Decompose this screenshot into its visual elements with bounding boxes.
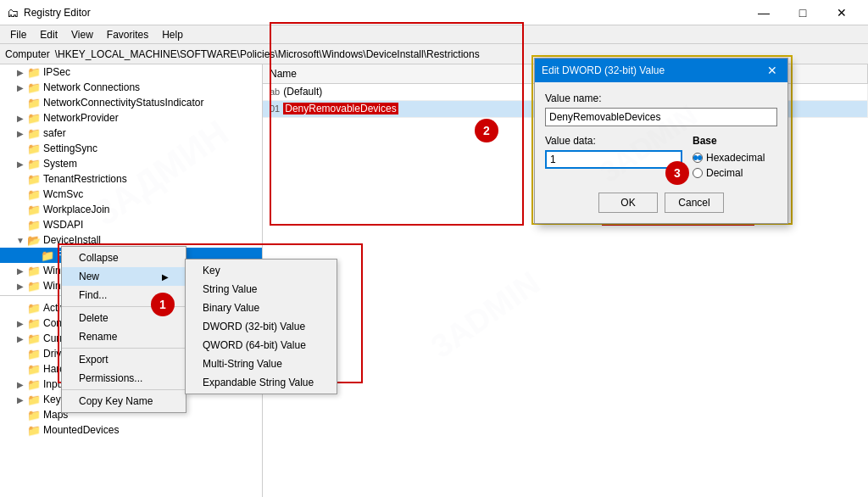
tree-label: SettingSync	[43, 142, 97, 154]
cancel-button[interactable]: Cancel	[665, 193, 724, 213]
tree-item-ipsec[interactable]: ▶ 📁 IPSec	[0, 64, 262, 80]
tree-label: DeviceInstall	[43, 234, 101, 246]
ok-button[interactable]: OK	[598, 193, 658, 213]
tree-item-workplacejoin[interactable]: 📁 WorkplaceJoin	[0, 202, 262, 217]
ctx-permissions[interactable]: Permissions...	[62, 369, 186, 388]
sub-binary-value[interactable]: Binary Value	[186, 299, 337, 317]
tree-item-mounted-devices[interactable]: 📁 MountedDevices	[0, 422, 262, 438]
chevron-icon: ▶	[14, 395, 27, 405]
ctx-rename[interactable]: Rename	[62, 327, 186, 346]
dialog-buttons: OK Cancel	[545, 193, 777, 213]
hex-radio-row[interactable]: Hexadecimal	[693, 152, 777, 164]
menu-bar: File Edit View Favorites Help	[0, 25, 868, 44]
submenu-arrow-icon: ▶	[162, 272, 169, 282]
value-data-area: Value data:	[545, 135, 682, 169]
value-data-input[interactable]	[545, 150, 682, 169]
chevron-icon: ▶	[14, 68, 27, 77]
hex-label: Hexadecimal	[706, 152, 765, 164]
tree-label: NetworkConnectivityStatusIndicator	[43, 97, 203, 109]
chevron-icon: ▶	[14, 266, 27, 276]
value-name-label: Value name:	[545, 92, 777, 104]
row-name: 01DenyRemovableDevices	[263, 100, 541, 117]
edit-dword-dialog: Edit DWORD (32-bit) Value ✕ Value name: …	[534, 58, 788, 224]
chevron-icon: ▶	[14, 334, 27, 343]
menu-help[interactable]: Help	[155, 27, 190, 42]
menu-file[interactable]: File	[3, 27, 33, 42]
tree-item-safer[interactable]: ▶ 📁 safer	[0, 126, 262, 141]
address-label: Computer	[5, 48, 50, 60]
ctx-collapse[interactable]: Collapse	[62, 248, 186, 267]
tree-item-setting-sync[interactable]: 📁 SettingSync	[0, 141, 262, 156]
chevron-icon: ▶	[14, 114, 27, 123]
dialog-body: Value name: DenyRemovableDevices Value d…	[535, 82, 787, 223]
dialog-close-button[interactable]: ✕	[764, 62, 781, 79]
ctx-export[interactable]: Export	[62, 350, 186, 369]
tree-label: NetworkProvider	[43, 112, 119, 124]
minimize-button[interactable]: —	[744, 0, 783, 25]
tree-item-tenant-restrictions[interactable]: 📁 TenantRestrictions	[0, 171, 262, 187]
value-name-display: DenyRemovableDevices	[545, 108, 777, 126]
tree-label: safer	[43, 127, 66, 139]
tree-item-network-connections[interactable]: ▶ 📁 Network Connections	[0, 80, 262, 95]
row-name: ab(Default)	[263, 83, 541, 100]
tree-label: TenantRestrictions	[43, 173, 127, 185]
col-name: Name	[263, 64, 541, 83]
tree-label: System	[43, 158, 77, 170]
ctx-copy-key-name[interactable]: Copy Key Name	[62, 392, 186, 410]
menu-favorites[interactable]: Favorites	[100, 27, 155, 42]
address-path: \HKEY_LOCAL_MACHINE\SOFTWARE\Policies\Mi…	[55, 48, 480, 60]
dialog-title: Edit DWORD (32-bit) Value	[542, 64, 665, 76]
maximize-button[interactable]: □	[783, 0, 822, 25]
base-label: Base	[693, 135, 777, 147]
sub-qword-value[interactable]: QWORD (64-bit) Value	[186, 336, 337, 355]
chevron-icon: ▶	[14, 380, 27, 389]
app-icon: 🗂	[7, 6, 19, 20]
chevron-icon: ▶	[14, 129, 27, 138]
base-area: Base Hexadecimal Decimal	[693, 135, 777, 182]
sub-key[interactable]: Key	[186, 261, 337, 280]
tree-context-menu: Collapse New ▶ Find... Delete Rename Exp…	[61, 246, 186, 413]
menu-edit[interactable]: Edit	[33, 27, 64, 42]
tree-item-wsdapi[interactable]: 📁 WSDAPI	[0, 217, 262, 232]
tree-label: MountedDevices	[43, 424, 119, 436]
window-controls: — □ ✕	[744, 0, 861, 25]
chevron-icon: ▶	[14, 282, 27, 291]
value-data-label: Value data:	[545, 135, 682, 147]
dec-radio-row[interactable]: Decimal	[693, 167, 777, 179]
sub-expandable-string-value[interactable]: Expandable String Value	[186, 373, 337, 392]
step1-circle: 1	[151, 293, 175, 316]
tree-label: Network Connections	[43, 81, 140, 93]
title-bar: 🗂 Registry Editor — □ ✕	[0, 0, 868, 25]
tree-label: WcmSvc	[43, 188, 83, 200]
dec-label: Decimal	[706, 167, 743, 179]
chevron-icon: ▶	[14, 83, 27, 92]
chevron-icon: ▶	[14, 159, 27, 169]
tree-label: IPSec	[43, 66, 70, 78]
window-title: Registry Editor	[24, 7, 744, 19]
dialog-title-bar: Edit DWORD (32-bit) Value ✕	[535, 59, 787, 82]
sub-dword-value[interactable]: DWORD (32-bit) Value	[186, 317, 337, 336]
tree-label: WSDAPI	[43, 219, 83, 231]
ctx-new[interactable]: New ▶	[62, 267, 186, 286]
deny-removable-devices-label: DenyRemovableDevices	[283, 103, 398, 114]
sub-multistring-value[interactable]: Multi-String Value	[186, 355, 337, 373]
separator	[62, 389, 186, 390]
tree-item-system[interactable]: ▶ 📁 System	[0, 156, 262, 171]
tree-item-wcmsvc[interactable]: 📁 WcmSvc	[0, 187, 262, 202]
menu-view[interactable]: View	[64, 27, 100, 42]
step3-circle: 3	[665, 161, 689, 185]
chevron-icon: ▼	[14, 236, 27, 245]
tree-new-submenu: Key String Value Binary Value DWORD (32-…	[185, 259, 337, 394]
tree-label: WorkplaceJoin	[43, 204, 109, 215]
hex-radio[interactable]	[693, 153, 703, 163]
tree-item-ncsi[interactable]: 📁 NetworkConnectivityStatusIndicator	[0, 95, 262, 110]
tree-item-network-provider[interactable]: ▶ 📁 NetworkProvider	[0, 110, 262, 126]
close-button[interactable]: ✕	[822, 0, 861, 25]
dec-radio[interactable]	[693, 168, 703, 178]
separator	[62, 348, 186, 349]
sub-string-value[interactable]: String Value	[186, 280, 337, 299]
chevron-icon: ▶	[14, 319, 27, 328]
value-data-section: Value data: Base Hexadecimal Decimal	[545, 135, 777, 182]
step2-circle: 2	[475, 119, 498, 142]
